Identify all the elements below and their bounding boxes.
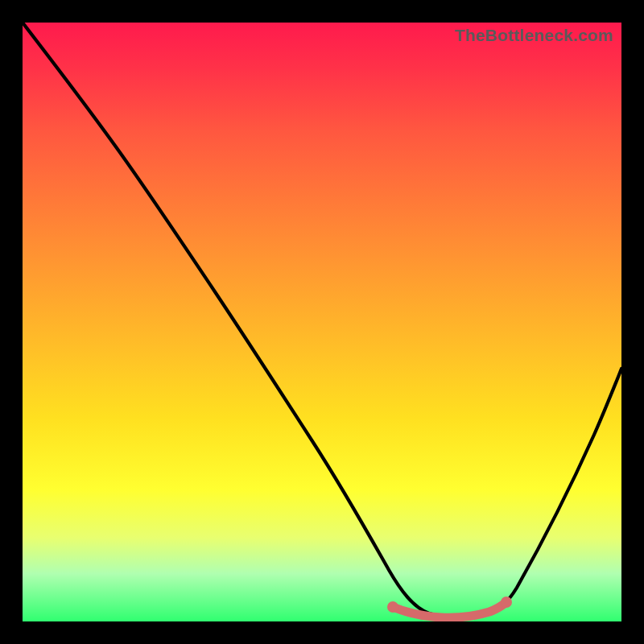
curve-path — [23, 23, 621, 617]
bottleneck-curve — [23, 23, 621, 621]
flat-segment-highlight — [393, 602, 506, 617]
flat-segment-start-dot — [387, 601, 398, 613]
chart-frame: TheBottleneck.com — [0, 0, 644, 644]
flat-segment-end-dot — [501, 597, 512, 608]
watermark-text: TheBottleneck.com — [455, 26, 613, 45]
plot-area: TheBottleneck.com — [23, 23, 621, 621]
